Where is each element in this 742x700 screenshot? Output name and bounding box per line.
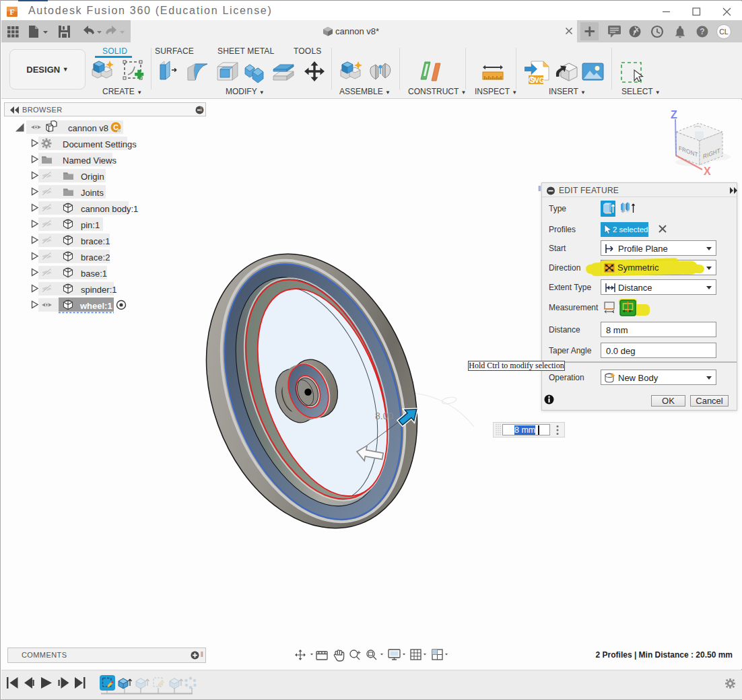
- svg-text:base:1: base:1: [81, 269, 107, 279]
- svg-text:Document Settings: Document Settings: [63, 139, 137, 149]
- svg-text:Z: Z: [671, 109, 677, 120]
- svg-text:cannon v8: cannon v8: [68, 123, 108, 133]
- svg-text:Origin: Origin: [81, 172, 104, 182]
- svg-text:wheel:1: wheel:1: [79, 301, 112, 311]
- svg-text:brace:1: brace:1: [81, 236, 110, 246]
- svg-text:pin:1: pin:1: [81, 220, 100, 230]
- svg-text:X: X: [704, 166, 711, 177]
- svg-text:brace:2: brace:2: [81, 252, 110, 262]
- svg-text:Joints: Joints: [81, 188, 104, 198]
- svg-text:8.00: 8.00: [375, 411, 393, 421]
- svg-text:cannon body:1: cannon body:1: [81, 204, 138, 214]
- svg-text:Named Views: Named Views: [63, 155, 116, 166]
- svg-text:spinder:1: spinder:1: [81, 285, 116, 295]
